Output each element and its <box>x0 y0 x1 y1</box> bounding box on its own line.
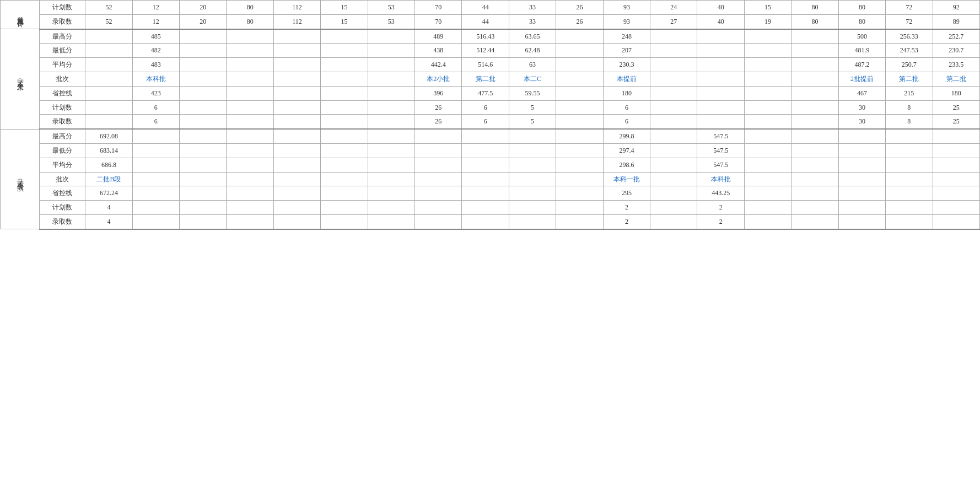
data-cell <box>227 201 273 215</box>
data-cell: 2 <box>603 201 650 215</box>
data-cell <box>744 214 791 229</box>
data-cell <box>321 158 368 172</box>
data-cell <box>415 129 462 143</box>
data-cell <box>227 72 273 86</box>
data-cell: 44 <box>462 1 509 15</box>
data-cell: 40 <box>697 1 744 15</box>
data-cell <box>509 201 556 215</box>
data-cell <box>227 186 273 201</box>
data-cell <box>744 201 791 215</box>
data-cell: 70 <box>415 14 462 29</box>
data-cell <box>180 143 227 158</box>
data-cell <box>886 143 933 158</box>
data-cell <box>132 214 179 229</box>
data-cell <box>368 214 414 229</box>
data-cell <box>273 72 320 86</box>
data-cell: 30 <box>838 115 885 129</box>
data-cell <box>697 100 744 115</box>
data-cell: 547.5 <box>697 158 744 172</box>
data-cell <box>838 201 885 215</box>
data-cell <box>462 172 509 186</box>
data-cell: 500 <box>838 29 885 44</box>
data-cell <box>650 172 697 186</box>
data-cell <box>180 72 227 86</box>
data-cell <box>321 72 368 86</box>
table-row: 录取数62665630825 <box>1 115 980 129</box>
data-cell <box>744 115 791 129</box>
data-cell <box>180 86 227 100</box>
data-cell: 本科批 <box>697 172 744 186</box>
data-cell <box>180 172 227 186</box>
data-cell <box>132 172 179 186</box>
data-cell: 686.8 <box>85 158 132 172</box>
data-cell <box>273 44 320 58</box>
data-cell: 489 <box>415 29 462 44</box>
data-cell <box>791 44 838 58</box>
data-cell: 6 <box>603 100 650 115</box>
data-cell <box>462 143 509 158</box>
data-cell: 44 <box>462 14 509 29</box>
data-cell: 12 <box>132 14 179 29</box>
data-cell <box>933 129 979 143</box>
data-cell <box>509 214 556 229</box>
data-cell: 230.7 <box>933 44 979 58</box>
data-cell: 本2小批 <box>415 72 462 86</box>
data-cell <box>791 72 838 86</box>
data-cell <box>368 58 414 72</box>
data-cell: 第二批 <box>462 72 509 86</box>
data-cell <box>886 214 933 229</box>
data-cell <box>227 100 273 115</box>
data-cell: 30 <box>838 100 885 115</box>
data-cell <box>650 100 697 115</box>
data-cell: 248 <box>603 29 650 44</box>
data-cell <box>321 115 368 129</box>
data-cell: 482 <box>132 44 179 58</box>
data-cell <box>650 58 697 72</box>
data-cell <box>791 186 838 201</box>
data-cell <box>273 143 320 158</box>
data-cell <box>791 201 838 215</box>
data-cell <box>697 58 744 72</box>
data-cell <box>227 86 273 100</box>
data-cell <box>886 158 933 172</box>
data-cell <box>886 186 933 201</box>
data-cell: 89 <box>933 14 979 29</box>
data-cell <box>273 86 320 100</box>
data-cell: 二批B段 <box>85 172 132 186</box>
row-label: 录取数 <box>40 115 85 129</box>
data-cell <box>415 201 462 215</box>
data-cell: 112 <box>273 1 320 15</box>
data-cell <box>368 143 414 158</box>
data-cell: 215 <box>886 86 933 100</box>
row-label: 录取数 <box>40 14 85 29</box>
data-cell <box>321 172 368 186</box>
data-cell <box>933 186 979 201</box>
data-cell <box>838 214 885 229</box>
row-label: 省控线 <box>40 186 85 201</box>
data-cell <box>180 214 227 229</box>
data-cell: 63 <box>509 58 556 72</box>
data-cell <box>838 158 885 172</box>
data-cell <box>838 129 885 143</box>
data-cell: 683.14 <box>85 143 132 158</box>
data-cell <box>180 186 227 201</box>
data-cell: 15 <box>321 1 368 15</box>
data-cell <box>697 44 744 58</box>
data-cell <box>744 44 791 58</box>
table-row: 省控线423396477.559.55180467215180 <box>1 86 980 100</box>
data-cell: 12 <box>132 1 179 15</box>
data-cell <box>415 158 462 172</box>
data-cell <box>933 172 979 186</box>
data-cell <box>415 172 462 186</box>
data-cell <box>368 158 414 172</box>
data-cell: 442.4 <box>415 58 462 72</box>
data-cell: 40 <box>697 14 744 29</box>
data-cell <box>509 158 556 172</box>
data-cell: 93 <box>603 14 650 29</box>
data-cell <box>886 172 933 186</box>
data-cell: 2 <box>603 214 650 229</box>
data-cell: 2 <box>697 201 744 215</box>
data-cell: 467 <box>838 86 885 100</box>
data-cell: 15 <box>744 1 791 15</box>
data-cell <box>556 143 603 158</box>
